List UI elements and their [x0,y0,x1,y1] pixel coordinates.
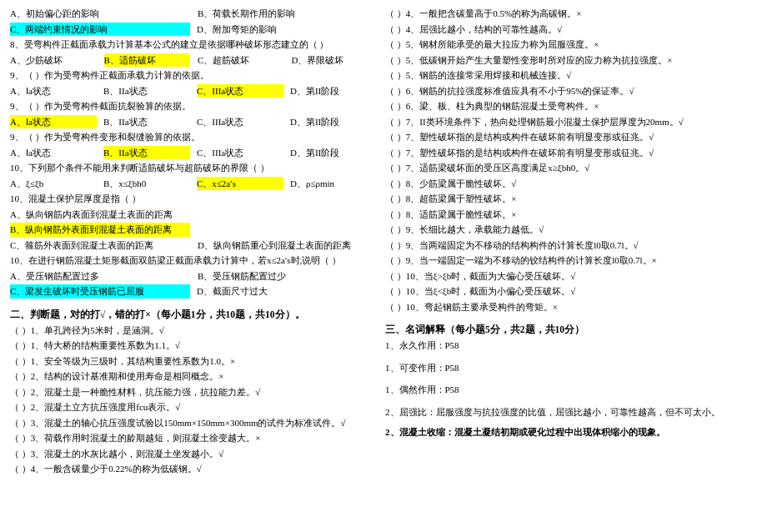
text-line: （ ）2、混凝土立方抗压强度用fcu表示。√ [10,400,377,414]
option-item: A、初始偏心距的影响 [10,7,189,21]
option-item: A、Ⅰa状态 [10,146,97,160]
option-item: B、x≤ξbh0 [103,177,190,191]
text-line: （ ）8、适筋梁属于脆性破坏。× [385,208,757,222]
text-line: 10、下列那个条件不能用来判断适筋破坏与超筋破坏的界限（ ） [10,161,377,175]
option-item: B、IIa状态 [103,115,190,129]
text-line: 10、在进行钢筋混凝土矩形截面双筋梁正截面承载力计算中，若x≤2a′s时,说明（… [10,253,377,268]
option-item [197,223,377,237]
option-item: B、IIa状态 [103,84,190,98]
option-item: D、第II阶段 [290,146,377,160]
text-line: （ ）3、混凝土的轴心抗压强度试验以150mm×150mm×300mm的试件为标… [10,416,377,430]
text-line: 2、屈强比：屈服强度与抗拉强度的比值，屈强比越小，可靠性越高，但不可太小。 [385,405,757,419]
text-line-bold: 2、混凝土收缩：混凝土凝结初期或硬化过程中出现体积缩小的现象。 [385,425,757,439]
text-line: 1、偶然作用：P58 [385,383,757,397]
option-item: B、纵向钢筋外表面到混凝土表面的距离 [10,223,190,237]
options-row: C、两端约束情况的影响D、附加弯矩的影响 [10,23,377,37]
option-item: A、受压钢筋配置过多 [10,269,189,284]
options-row: A、ξ≤ξbB、x≤ξbh0C、x≤2a′sD、ρ≤ρmin [10,177,377,191]
option-item: A、少筋破坏 [10,53,96,68]
text-line: （ ）10、当ξ<ξb时，截面为小偏心受压破坏。√ [385,284,757,299]
text-line: （ ）8、少筋梁属于脆性破坏。√ [385,177,757,191]
options-row: A、初始偏心距的影响B、荷载长期作用的影响 [10,7,377,21]
option-item: B、荷载长期作用的影响 [198,7,377,21]
text-line: （ ）10、当ξ>ξb时，截面为大偏心受压破坏。√ [385,269,757,284]
text-line: （ ）2、混凝土是一种脆性材料，抗压能力强，抗拉能力差。√ [10,385,377,399]
option-item: A、纵向钢筋内表面到混凝土表面的距离 [10,208,377,222]
text-line: （ ）9、当一端固定一端为不移动的铰结构件的计算长度l0取0.7l。× [385,253,757,268]
text-line: （ ）4、屈强比越小，结构的可靠性越高。√ [385,23,757,37]
text-line: 9、（ ）作为受弯构件正截面承载力计算的依据。 [10,68,377,83]
spacer [385,354,757,361]
text-line: （ ）1、单孔跨径为5米时，是涵洞。√ [10,324,377,338]
right-column: （ ）4、一般把含碳量高于0.5%的称为高碳钢。×（ ）4、屈强比越小，结构的可… [385,7,757,478]
spacer [10,300,377,304]
text-line: （ ）6、梁、板、柱为典型的钢筋混凝土受弯构件。× [385,99,757,113]
text-line: （ ）1、安全等级为三级时，其结构重要性系数为1.0。× [10,354,377,369]
section-title: 二、判断题，对的打√，错的打×（每小题1分，共10题，共10分）。 [10,309,377,321]
text-line: 10、混凝土保护层厚度是指（ ） [10,192,377,206]
option-item: B、适筋破坏 [104,53,190,68]
option-item: B、IIa状态 [103,146,190,160]
section-title: 三、名词解释（每小题5分，共2题，共10分） [385,324,757,336]
text-line: （ ）7、适筋梁破坏面的受压区高度满足x≥ξbh0。√ [385,161,757,175]
option-item: C、IIIa状态 [197,115,283,129]
option-item: A、Ⅰa状态 [10,115,97,129]
option-item: C、梁发生破坏时受压钢筋已屈服 [10,284,190,299]
text-line: （ ）6、钢筋的抗拉强度标准值应具有不小于95%的保证率。√ [385,84,757,98]
options-row: A、Ⅰa状态B、IIa状态C、IIIa状态D、第II阶段 [10,115,377,129]
spacer [385,315,757,319]
text-line: 9、（ ）作为受弯构件截面抗裂验算的依据。 [10,99,377,113]
option-item: C、两端约束情况的影响 [10,23,190,37]
option-item: D、截面尺寸过大 [197,284,377,299]
text-line: （ ）7、塑性破坏指的是结构或构件在破坏前有明显变形或征兆。√ [385,130,757,144]
text-line: （ ）3、荷载作用时混凝土的龄期越短，则混凝土徐变越大。× [10,431,377,445]
text-line: 8、受弯构件正截面承载力计算基本公式的建立是依据哪种破坏形态建立的（ ） [10,38,377,52]
text-line: （ ）5、钢材所能承受的最大拉应力称为屈服强度。× [385,38,757,52]
text-line: （ ）1、特大桥的结构重要性系数为1.1。√ [10,339,377,353]
options-row: A、少筋破坏B、适筋破坏C、超筋破坏D、界限破坏 [10,53,377,68]
text-line: （ ）8、超筋梁属于塑性破坏。× [385,192,757,206]
option-item: C、IIIa状态 [197,84,283,98]
option-item: D、纵向钢筋重心到混凝土表面的距离 [198,238,377,253]
text-line: （ ）3、混凝土的水灰比越小，则混凝土坐发越小。√ [10,447,377,461]
text-line: （ ）4、一般含碳量少于0.22%的称为低碳钢。√ [10,462,377,476]
text-line: （ ）9、长细比越大，承载能力越低。√ [385,223,757,237]
text-line: （ ）10、弯起钢筋主要承受构件的弯矩。× [385,300,757,314]
text-line: （ ）5、钢筋的连接常采用焊接和机械连接。√ [385,68,757,83]
options-row: A、Ⅰa状态B、IIa状态C、IIIa状态D、第II阶段 [10,84,377,98]
left-content: A、初始偏心距的影响B、荷载长期作用的影响C、两端约束情况的影响D、附加弯矩的影… [10,7,377,476]
option-item: C、IIIa状态 [197,146,283,160]
option-item: B、受压钢筋配置过少 [198,269,377,284]
text-line: （ ）7、II类环境条件下，热向处理钢筋最小混凝土保护层厚度为20mm。√ [385,115,757,129]
text-line: 1、可变作用：P58 [385,361,757,375]
options-row: C、梁发生破坏时受压钢筋已屈服D、截面尺寸过大 [10,284,377,299]
text-line: （ ）4、一般把含碳量高于0.5%的称为高碳钢。× [385,7,757,21]
text-line: （ ）9、当两端固定为不移动的结构构件的计算长度l0取0.7l。√ [385,238,757,253]
option-item: D、界限破坏 [292,53,378,68]
option-item: A、Ⅰa状态 [10,84,97,98]
options-row: C、箍筋外表面到混凝土表面的距离D、纵向钢筋重心到混凝土表面的距离 [10,238,377,253]
option-item: A、ξ≤ξb [10,177,97,191]
option-item: D、附加弯矩的影响 [197,23,377,37]
spacer [385,376,757,383]
left-column: A、初始偏心距的影响B、荷载长期作用的影响C、两端约束情况的影响D、附加弯矩的影… [10,7,377,478]
main-container: A、初始偏心距的影响B、荷载长期作用的影响C、两端约束情况的影响D、附加弯矩的影… [10,7,757,478]
options-row: A、纵向钢筋内表面到混凝土表面的距离 [10,208,377,222]
text-line: 9、（ ）作为受弯构件变形和裂缝验算的依据。 [10,130,377,144]
text-line: 1、永久作用：P58 [385,339,757,353]
option-item: D、第II阶段 [290,115,377,129]
text-line: （ ）2、结构的设计基准期和使用寿命是相同概念。× [10,369,377,384]
text-line: （ ）5、低碳钢开始产生大量塑性变形时所对应的应力称为抗拉强度。× [385,53,757,68]
spacer [385,399,757,405]
options-row: A、Ⅰa状态B、IIa状态C、IIIa状态D、第II阶段 [10,146,377,160]
options-row: A、受压钢筋配置过多B、受压钢筋配置过少 [10,269,377,284]
option-item: C、超筋破坏 [198,53,283,68]
option-item: C、x≤2a′s [197,177,283,191]
option-item: D、第II阶段 [290,84,377,98]
option-item: C、箍筋外表面到混凝土表面的距离 [10,238,189,253]
text-line: （ ）7、塑性破坏指的是结构或构件在破坏前有明显变形或征兆。√ [385,146,757,160]
options-row: B、纵向钢筋外表面到混凝土表面的距离 [10,223,377,237]
option-item: D、ρ≤ρmin [290,177,377,191]
right-content: （ ）4、一般把含碳量高于0.5%的称为高碳钢。×（ ）4、屈强比越小，结构的可… [385,7,757,439]
